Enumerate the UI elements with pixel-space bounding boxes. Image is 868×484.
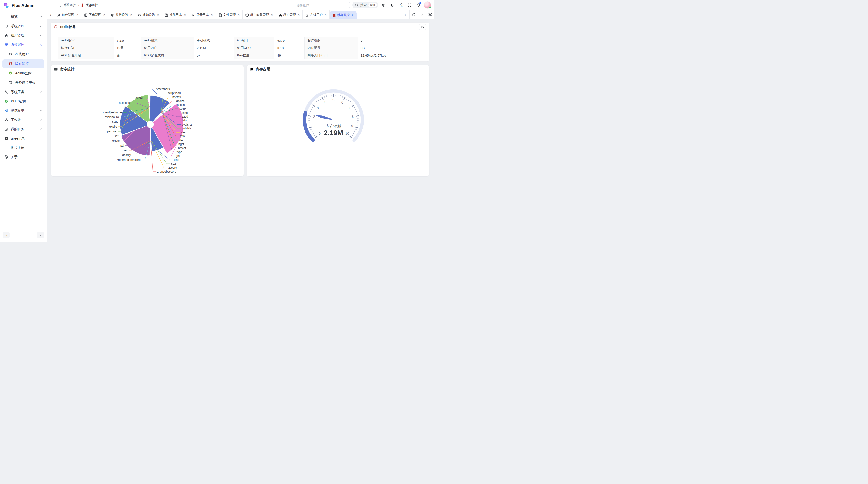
sidebar-footer: « <box>0 230 47 242</box>
tabs-scroll-right-button[interactable]: › <box>401 10 409 19</box>
pie-label-hdel: hdel <box>182 119 187 122</box>
close-icon[interactable]: × <box>157 13 159 17</box>
gauge-minor-tick <box>318 100 319 101</box>
gauge-tick-label: 5 <box>333 98 334 102</box>
tab-5[interactable]: 登录日志× <box>189 10 216 19</box>
sidebar-item-5[interactable]: PLUS官网 <box>2 97 44 106</box>
pie-slice-scard[interactable] <box>150 109 150 121</box>
tabs-menu-button[interactable] <box>417 10 426 19</box>
sidebar-item-3[interactable]: 系统监控 <box>2 40 44 49</box>
tab-label: 通知公告 <box>143 13 155 17</box>
tab-7[interactable]: 租户套餐管理× <box>243 10 276 19</box>
close-icon[interactable]: × <box>298 13 300 17</box>
tab-0[interactable]: 角色管理× <box>54 10 81 19</box>
sidebar-item-9[interactable]: ¥gitee记录 <box>2 134 44 143</box>
close-icon[interactable]: × <box>325 13 327 17</box>
sidebar-subitem-0[interactable]: 在线用户 <box>2 50 44 59</box>
sidebar-item-label: PLUS官网 <box>11 99 42 104</box>
close-icon[interactable]: × <box>271 13 273 17</box>
close-icon[interactable]: × <box>211 13 213 17</box>
gauge-minor-tick <box>311 131 312 132</box>
close-icon[interactable]: × <box>103 13 105 17</box>
breadcrumb: 系统监控 › 缓存监控 <box>59 3 98 7</box>
info-value: 7.2.5 <box>114 37 141 44</box>
redis-refresh-button[interactable] <box>419 24 426 30</box>
online-status-dot <box>429 6 431 9</box>
book-icon <box>84 13 87 17</box>
sidebar-item-label: 图片上传 <box>11 146 42 150</box>
close-icon[interactable]: × <box>130 13 132 17</box>
sidebar-subitem-1[interactable]: 缓存监控 <box>2 59 44 68</box>
breadcrumb-item-cache-monitor[interactable]: 缓存监控 <box>81 3 98 7</box>
redis-icon <box>332 13 336 17</box>
tab-10[interactable]: 缓存监控× <box>330 11 356 19</box>
content-fullscreen-button[interactable] <box>426 10 434 19</box>
sidebar-pin-button[interactable] <box>37 232 44 238</box>
redis-info-row-1: 运行时间19天使用内存2.19M使用CPU0.18内存配置0B <box>58 44 422 52</box>
close-icon[interactable]: × <box>238 13 240 17</box>
maximize-icon <box>428 13 432 17</box>
gauge-tick-label: 2 <box>313 115 315 119</box>
tabs-scroll-left-button[interactable]: ‹ <box>47 10 54 19</box>
hamburger-button[interactable] <box>50 2 56 8</box>
sidebar-item-7[interactable]: 工作流 <box>2 116 44 124</box>
chevron-down-icon <box>39 128 42 131</box>
pie-label-hmset: hmset <box>178 146 186 150</box>
close-icon[interactable]: × <box>184 13 186 17</box>
global-search-button[interactable]: 搜索 ⌘ K <box>352 2 378 8</box>
sidebar-item-10[interactable]: 图片上传 <box>2 143 44 152</box>
pie-label-scard: scard <box>136 96 143 100</box>
tab-3[interactable]: 通知公告× <box>135 10 162 19</box>
tab-4[interactable]: 操作日志× <box>162 10 189 19</box>
pie-label-subscribe: subscribe <box>119 101 132 105</box>
flow-icon <box>4 118 8 122</box>
breadcrumb-separator: › <box>78 3 79 7</box>
sidebar-item-2[interactable]: 租户管理 <box>2 31 44 40</box>
command-stats-chart: smembersscript|loadhsetnxdbsizesscansetn… <box>51 74 244 176</box>
gitee-icon: ¥ <box>4 136 8 140</box>
sidebar-item-11[interactable]: 关于 <box>2 153 44 161</box>
tabs-refresh-button[interactable] <box>409 10 417 19</box>
sidebar-subitem-label: 缓存监控 <box>15 61 42 66</box>
tenant-select-input[interactable] <box>294 2 350 8</box>
language-button[interactable]: 文A <box>398 2 404 8</box>
sidebar-subitem-3[interactable]: 任务调度中心 <box>2 78 44 87</box>
info-value: 49 <box>274 52 304 59</box>
close-icon[interactable]: × <box>352 13 354 17</box>
tab-1[interactable]: 字典管理× <box>81 10 108 19</box>
sidebar-item-0[interactable]: 概览 <box>2 12 44 21</box>
sidebar-item-6[interactable]: 测试菜单 <box>2 106 44 115</box>
app-title: Plus Admin <box>11 3 34 8</box>
gauge-major-tick <box>356 116 359 116</box>
close-icon[interactable]: × <box>76 13 79 17</box>
gauge-minor-tick <box>355 109 356 110</box>
gauge-minor-tick <box>316 101 317 102</box>
pie-label-ping: ping <box>174 158 179 161</box>
sidebar-item-label: 测试菜单 <box>11 108 37 113</box>
theme-toggle-button[interactable] <box>389 2 396 8</box>
tab-9[interactable]: 在线用户× <box>303 10 330 19</box>
memory-usage-title: 内存占用 <box>256 67 270 72</box>
gauge-needle <box>315 115 332 120</box>
fullscreen-button[interactable] <box>406 2 413 8</box>
sidebar-collapse-button[interactable]: « <box>3 232 10 238</box>
breadcrumb-item-system-monitor[interactable]: 系统监控 <box>59 3 76 7</box>
info-key: 使用CPU <box>234 44 274 52</box>
spring-icon <box>9 71 13 75</box>
sidebar-item-1[interactable]: 系统管理 <box>2 22 44 31</box>
pie-label-type: type <box>177 151 182 154</box>
tab-2[interactable]: 参数设置× <box>108 10 135 19</box>
notifications-button[interactable] <box>415 2 422 8</box>
gauge-tick-label: 8 <box>352 115 354 119</box>
gauge-major-tick <box>315 136 317 138</box>
sidebar-subitem-2[interactable]: Admin监控 <box>2 69 44 77</box>
memory-gauge-chart: 012345678910内存消耗2.19M <box>247 74 429 176</box>
tab-8[interactable]: 租户管理× <box>276 10 303 19</box>
sidebar-item-8[interactable]: 我的任务 <box>2 125 44 133</box>
tabbar-controls: › <box>401 10 434 19</box>
tab-6[interactable]: 文件管理× <box>216 10 243 19</box>
avatar[interactable] <box>424 1 431 9</box>
tools-icon <box>4 90 8 94</box>
settings-button[interactable] <box>380 2 387 8</box>
sidebar-item-4[interactable]: 系统工具 <box>2 88 44 96</box>
